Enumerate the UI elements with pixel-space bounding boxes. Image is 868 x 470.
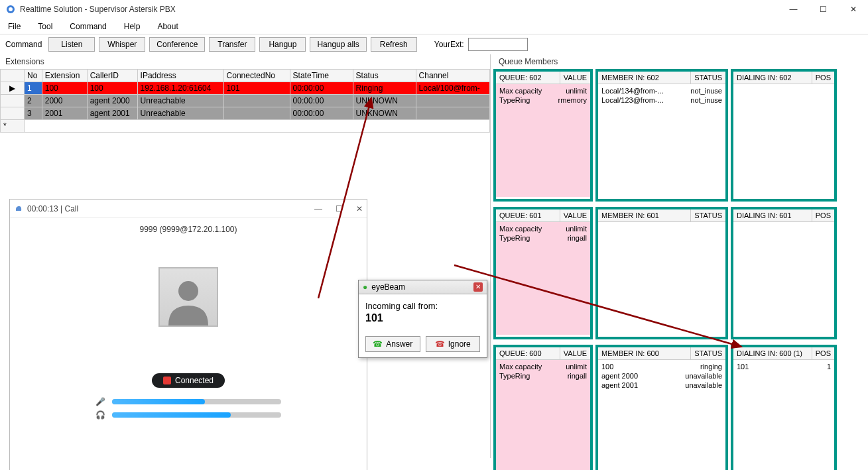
menu-command[interactable]: Command	[67, 21, 109, 32]
lock-icon	[163, 377, 171, 384]
col-channel[interactable]: Channel	[416, 70, 489, 82]
answer-button[interactable]: ☎Answer	[365, 336, 420, 352]
queue-panel: QUEUE: 600VALUEMax capacityunlimitTypeRi…	[493, 345, 865, 470]
queue-members-label: Queue Members	[493, 54, 865, 69]
speaker-icon: 🎧	[95, 410, 105, 420]
svg-point-2	[178, 281, 198, 301]
eyebeam-icon: ●	[363, 282, 367, 292]
mic-slider[interactable]	[112, 399, 281, 404]
menu-tool[interactable]: Tool	[35, 21, 55, 32]
listen-button[interactable]: Listen	[48, 37, 95, 52]
menu-help[interactable]: Help	[121, 21, 143, 32]
softphone-max-button[interactable]: ☐	[336, 204, 343, 213]
titlebar: Realtime Solution - Supervisor Astersik …	[0, 0, 868, 19]
col-ip[interactable]: IPaddress	[137, 70, 223, 82]
hangup-alls-button[interactable]: Hangup alls	[310, 37, 366, 52]
menubar: File Tool Command Help About	[0, 19, 868, 34]
eyebeam-title: eyeBeam	[371, 282, 405, 292]
table-row[interactable]: 32001agent 2001Unreachable00:00:00UNKNOW…	[1, 107, 490, 120]
speaker-slider[interactable]	[112, 412, 281, 418]
avatar	[158, 267, 218, 327]
extensions-label: Extensions	[0, 54, 490, 69]
close-button[interactable]: ✕	[838, 0, 868, 19]
softphone-close-button[interactable]: ✕	[356, 204, 363, 213]
menu-file[interactable]: File	[5, 21, 23, 32]
softphone-title: 00:00:13 | Call	[27, 204, 314, 213]
menu-about[interactable]: About	[155, 21, 180, 32]
conference-button[interactable]: Conference	[149, 37, 205, 52]
svg-point-1	[9, 7, 13, 11]
softphone-window: 00:00:13 | Call — ☐ ✕ 9999 (9999@172.20.…	[9, 199, 367, 470]
whisper-button[interactable]: Whisper	[99, 37, 145, 52]
col-callerid[interactable]: CallerID	[87, 70, 137, 82]
incoming-number: 101	[365, 312, 480, 324]
hangup-button[interactable]: Hangup	[259, 37, 306, 52]
queue-panel: QUEUE: 601VALUEMax capacityunlimitTypeRi…	[493, 207, 865, 339]
mic-icon: 🎤	[95, 397, 105, 406]
incoming-label: Incoming call from:	[365, 301, 480, 311]
connected-badge: Connected	[152, 373, 225, 388]
ignore-icon: ☎	[435, 339, 445, 349]
eyebeam-popup: ● eyeBeam ✕ Incoming call from: 101 ☎Ans…	[358, 280, 487, 358]
command-toolbar: Command Listen Whisper Conference Transf…	[0, 34, 868, 54]
app-icon	[5, 4, 16, 15]
yourext-input[interactable]	[468, 38, 528, 51]
col-no[interactable]: No	[25, 70, 42, 82]
softphone-icon	[14, 204, 23, 213]
command-label: Command	[5, 40, 42, 49]
maximize-button[interactable]: ☐	[808, 0, 838, 19]
col-connected[interactable]: ConnectedNo	[223, 70, 290, 82]
col-statetime[interactable]: StateTime	[290, 70, 353, 82]
softphone-caller: 9999 (9999@172.20.1.100)	[10, 218, 367, 241]
yourext-label: YourExt:	[434, 40, 464, 49]
softphone-min-button[interactable]: —	[314, 204, 322, 213]
transfer-button[interactable]: Transfer	[209, 37, 255, 52]
window-title: Realtime Solution - Supervisor Astersik …	[20, 5, 863, 14]
answer-icon: ☎	[373, 339, 383, 349]
col-extension[interactable]: Extension	[42, 70, 87, 82]
table-row[interactable]: ▶1100100192.168.1.20:6160410100:00:00Rin…	[1, 82, 490, 95]
extensions-table[interactable]: No Extension CallerID IPaddress Connecte…	[0, 69, 490, 133]
ignore-button[interactable]: ☎Ignore	[426, 336, 481, 352]
table-row[interactable]: 22000agent 2000Unreachable00:00:00UNKNOW…	[1, 95, 490, 107]
refresh-button[interactable]: Refresh	[371, 37, 417, 52]
queue-panel: QUEUE: 602VALUEMax capacityunlimitTypeRi…	[493, 69, 865, 202]
eyebeam-close-button[interactable]: ✕	[473, 282, 483, 292]
col-status[interactable]: Status	[353, 70, 416, 82]
minimize-button[interactable]: —	[778, 0, 808, 19]
